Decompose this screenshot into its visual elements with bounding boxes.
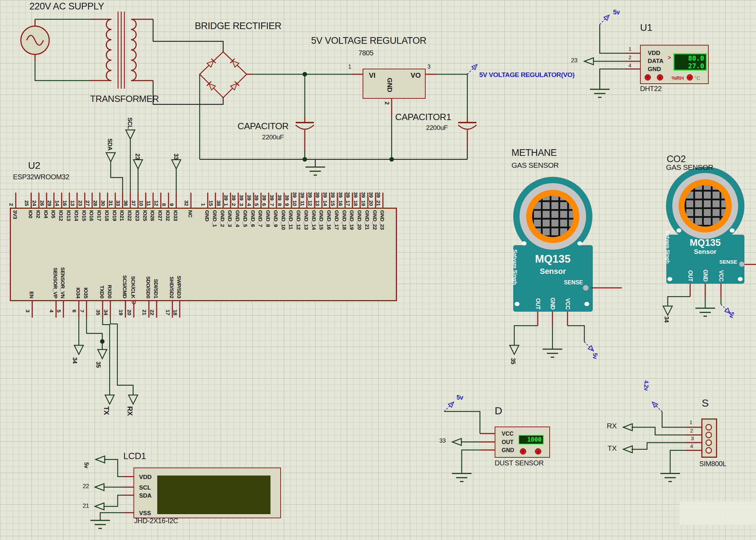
wire: [87, 318, 102, 349]
esp32-pin-number: 39_2: [231, 195, 236, 206]
wire: [568, 326, 584, 342]
power-arrow-icon[interactable]: [444, 402, 454, 411]
esp32-pin-number: 39_7: [269, 195, 275, 206]
dht22-pin_nums-0-label: 1: [628, 46, 631, 52]
esp32-pin-name: SENSOR_VP: [53, 268, 58, 298]
lcd-t_sda-label: 21: [83, 503, 89, 510]
esp32-pin-number: 21: [142, 310, 147, 315]
wire: [35, 61, 90, 81]
terminal-arrow-icon[interactable]: [623, 446, 632, 453]
esp_terminals-t35-label: 35: [95, 361, 101, 368]
esp32-pin-number: 11: [146, 201, 151, 206]
co2-out-label: OUT: [687, 270, 693, 282]
esp32-pin-name: SWP/SD3: [177, 276, 182, 298]
terminal-arrow-icon[interactable]: [584, 58, 593, 65]
wire: [444, 411, 480, 434]
esp32-pin-number: 2: [9, 203, 14, 206]
esp32-pin-number: 26: [40, 200, 45, 206]
power-arrow-icon[interactable]: [467, 64, 477, 74]
lcd-t_scl-label: 22: [83, 483, 89, 490]
co2-power-label: 5v: [729, 312, 734, 318]
power-arrow-icon[interactable]: [584, 342, 593, 351]
capacitor[interactable]: [296, 123, 314, 129]
terminal-arrow-icon[interactable]: [74, 345, 83, 354]
terminal-arrow-icon[interactable]: [172, 160, 181, 169]
esp32-pin-name: IO34: [76, 288, 81, 298]
regulator-gnd-label: GND: [386, 78, 393, 92]
esp32-pin-number: 25: [24, 200, 29, 206]
esp32-pin-number: 13: [70, 200, 75, 206]
terminal-arrow-icon[interactable]: [126, 130, 135, 139]
esp32-pin-name: IO32: [165, 210, 171, 221]
junction-dot: [303, 157, 307, 162]
esp32-pin-name: GND_14: [311, 210, 317, 230]
terminal-arrow-icon[interactable]: [98, 349, 107, 359]
sim-part-label: SIM800L: [699, 460, 726, 468]
esp32-pin-name: GND_2: [220, 210, 225, 227]
sim-pins-2-label: 3: [691, 436, 694, 442]
esp32-pin-name: EN: [29, 291, 34, 298]
esp32-pin-number: 29: [47, 200, 52, 206]
wire: [104, 459, 124, 477]
esp32-pin-number: 39_20: [369, 192, 374, 206]
dht22-pin_nums-1-label: 2: [628, 55, 631, 61]
dht22-ref-label: U1: [640, 22, 652, 33]
terminal-arrow-icon[interactable]: [133, 160, 143, 169]
sim-tx-label: TX: [607, 444, 617, 452]
esp32-pin-number: 39_21: [376, 192, 381, 206]
terminal-arrow-icon[interactable]: [95, 484, 104, 491]
transformer[interactable]: [106, 12, 153, 89]
wire: [153, 81, 223, 104]
esp32-pin-name: IO23: [135, 210, 140, 221]
terminal-arrow-icon[interactable]: [663, 306, 672, 315]
esp32-pin-name: IO13: [66, 210, 71, 221]
esp_terminals-t34-label: 34: [72, 357, 78, 364]
terminal-arrow-icon[interactable]: [452, 438, 461, 445]
esp32-pin-number: 39_14: [323, 192, 328, 206]
terminal-arrow-icon[interactable]: [129, 395, 138, 404]
esp32-pin-name: GND: [205, 210, 210, 221]
esp32-pin-name: GND_3: [227, 210, 233, 227]
power-reg-label: 5V VOLTAGE REGULATOR: [311, 36, 426, 46]
capacitor1[interactable]: [458, 123, 476, 129]
esp32-pin-number: 31: [108, 200, 114, 206]
sim-rx-label: RX: [607, 422, 617, 430]
esp32-pin-number: 30: [101, 200, 106, 206]
power-cap-label: CAPACITOR: [238, 121, 289, 131]
terminal-arrow-icon[interactable]: [96, 456, 105, 463]
terminal-arrow-icon[interactable]: [510, 345, 519, 354]
esp32-pin-name: GND_20: [357, 210, 362, 230]
terminal-arrow-icon[interactable]: [623, 424, 632, 431]
esp32-pin-name: IO19: [112, 210, 117, 221]
esp32-pin-name: GND_6: [250, 210, 256, 227]
wiring-layer: [0, 0, 756, 540]
terminal-arrow-icon[interactable]: [105, 395, 114, 404]
terminal-arrow-icon[interactable]: [95, 503, 104, 510]
regulator-pin_vi-label: 1: [348, 64, 351, 70]
esp32-pin-number: 18: [173, 310, 178, 315]
power-arrow-icon[interactable]: [652, 402, 662, 412]
esp32-pin-name: IO22: [127, 210, 132, 221]
esp32-pin-number: 39_13: [315, 192, 320, 206]
power-ac-label: 220V AC SUPPLY: [29, 1, 104, 12]
power-arrow-icon[interactable]: [600, 15, 609, 25]
esp32-pin-number: 24: [32, 200, 37, 206]
terminal-arrow-icon[interactable]: [106, 153, 115, 162]
schematic-canvas: { "power": { "ac": "220V AC SUPPLY", "tr…: [0, 0, 756, 540]
sim-pins-3-label: 4: [690, 443, 693, 449]
esp32-pin-number: 37: [131, 200, 136, 206]
esp32-pin-number: 39_8: [277, 195, 282, 206]
esp32-pin-number: 14: [55, 200, 60, 206]
wire: [111, 162, 123, 193]
esp32-pin-number: 12: [154, 200, 159, 206]
esp32-pin-number: 39_15: [330, 192, 336, 206]
power-cap1_val-label: 2200uF: [426, 124, 448, 132]
esp32-pin-number: 34: [103, 310, 109, 315]
esp32-pin-number: 20: [127, 310, 132, 315]
bridge-rectifier[interactable]: [200, 52, 247, 98]
esp32-pin-number: 1: [201, 203, 206, 206]
esp32-pin-number: 5: [56, 310, 62, 312]
esp32-pin-name: IO21: [119, 210, 125, 221]
wire: [462, 450, 480, 473]
wire: [600, 69, 626, 89]
